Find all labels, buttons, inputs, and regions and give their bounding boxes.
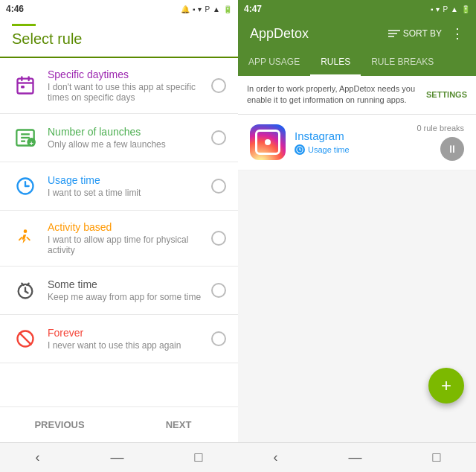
rule-item-forever[interactable]: Forever I never want to use this app aga… <box>0 315 238 363</box>
sort-icon <box>388 29 400 38</box>
forever-radio[interactable] <box>211 331 226 346</box>
page-title: Select rule <box>12 31 83 47</box>
activity-title: Activity based <box>48 221 205 233</box>
usage-title: Usage time <box>48 174 205 186</box>
app-header: AppDetox SORT BY ⋮ <box>238 18 476 49</box>
battery-right-icon: 🔋 <box>461 5 470 13</box>
previous-button[interactable]: PREVIOUS <box>0 407 119 442</box>
fab-add-button[interactable]: + <box>428 368 464 404</box>
back-nav-icon[interactable]: ‹ <box>18 444 58 471</box>
launches-desc: Only allow me a few launches <box>48 139 205 150</box>
instagram-info: Instagram Usage time <box>295 130 416 155</box>
launches-icon: + <box>12 124 39 151</box>
instagram-app-icon <box>250 124 286 160</box>
activity-radio[interactable] <box>211 231 226 246</box>
instagram-rule-breaks: 0 rule breaks <box>416 124 464 133</box>
more-options-icon[interactable]: ⋮ <box>451 25 464 42</box>
daytimes-text: Specific daytimes I don't want to use th… <box>48 68 205 103</box>
usage-badge-icon <box>295 144 305 155</box>
wifi-right-icon: ▾ <box>436 5 440 13</box>
forever-icon <box>12 325 39 352</box>
tab-rules[interactable]: RULES <box>310 49 361 76</box>
app-header-actions: SORT BY ⋮ <box>388 25 464 42</box>
next-button[interactable]: NEXT <box>119 407 238 442</box>
wifi-signal-icon: ▲ <box>213 5 220 13</box>
rule-item-launches[interactable]: + Number of launches Only allow me a few… <box>0 114 238 162</box>
sometime-title: Some time <box>48 278 205 290</box>
sometime-icon <box>12 277 39 304</box>
launches-radio[interactable] <box>211 130 226 145</box>
wifi-signal-right-icon: ▲ <box>451 5 458 13</box>
header-underline <box>12 24 36 26</box>
notification-icon: 🔔 <box>181 5 190 13</box>
usage-icon <box>12 173 39 200</box>
rule-item-sometime[interactable]: Some time Keep me away from app for some… <box>0 267 238 315</box>
tab-rule-breaks[interactable]: RULE BREAKS <box>361 49 444 76</box>
tab-app-usage[interactable]: APP USAGE <box>238 49 310 76</box>
instagram-icon <box>250 124 286 160</box>
instagram-pause-button[interactable]: ⏸ <box>440 137 464 161</box>
launches-title: Number of launches <box>48 126 205 138</box>
settings-button[interactable]: SETTINGS <box>426 90 467 99</box>
rule-item-specific-daytimes[interactable]: Specific daytimes I don't want to use th… <box>0 58 238 114</box>
status-bar-right: 4:47 ▪ ▾ P ▲ 🔋 <box>238 0 476 18</box>
activity-desc: I want to allow app time for physical ac… <box>48 235 205 255</box>
back-nav-right-icon[interactable]: ‹ <box>256 444 296 471</box>
daytimes-desc: I don't want to use this app at specific… <box>48 82 205 103</box>
fab-plus-icon: + <box>441 377 451 395</box>
usage-desc: I want to set a time limit <box>48 188 205 198</box>
svg-line-19 <box>25 291 28 293</box>
sort-by-button[interactable]: SORT BY <box>388 28 442 39</box>
rule-item-activity[interactable]: Activity based I want to allow app time … <box>0 211 238 267</box>
wifi-icon: ▾ <box>198 5 202 13</box>
daytimes-icon <box>12 72 39 99</box>
recents-nav-right-icon[interactable]: □ <box>415 444 459 471</box>
rule-item-usage[interactable]: Usage time I want to set a time limit <box>0 162 238 211</box>
daytimes-title: Specific daytimes <box>48 68 205 80</box>
home-nav-right-icon[interactable]: — <box>331 444 380 471</box>
svg-line-15 <box>19 237 22 240</box>
instagram-app-right: 0 rule breaks ⏸ <box>416 124 464 161</box>
pause-icon: ⏸ <box>447 143 457 155</box>
svg-rect-4 <box>21 86 25 89</box>
app-item-instagram[interactable]: Instagram Usage time 0 rule br <box>238 115 476 170</box>
usage-text: Usage time I want to set a time limit <box>48 174 205 198</box>
svg-line-21 <box>19 333 30 344</box>
tabs-bar: APP USAGE RULES RULE BREAKS <box>238 49 476 76</box>
status-icons-right: ▪ ▾ P ▲ 🔋 <box>431 5 470 13</box>
info-banner: In order to work properly, AppDetox need… <box>238 76 476 115</box>
usage-radio[interactable] <box>211 179 226 194</box>
app-header-title: AppDetox <box>250 26 309 42</box>
sometime-radio[interactable] <box>211 283 226 298</box>
forever-desc: I never want to use this app again <box>48 340 205 351</box>
info-text: In order to work properly, AppDetox need… <box>247 83 420 106</box>
daytimes-radio[interactable] <box>211 78 226 93</box>
svg-line-27 <box>300 150 301 150</box>
left-footer: PREVIOUS NEXT <box>0 406 238 442</box>
status-time-left: 4:46 <box>6 4 24 14</box>
sometime-text: Some time Keep me away from app for some… <box>48 278 205 302</box>
instagram-rule-badge: Usage time <box>295 144 416 155</box>
home-nav-icon[interactable]: — <box>93 444 142 471</box>
launches-text: Number of launches Only allow me a few l… <box>48 126 205 150</box>
status-bar-left: 4:46 🔔 ▪ ▾ P ▲ 🔋 <box>0 0 238 18</box>
right-panel: 4:47 ▪ ▾ P ▲ 🔋 AppDetox SORT BY ⋮ A <box>238 0 476 472</box>
instagram-rule-text: Usage time <box>308 145 350 154</box>
app-list: Instagram Usage time 0 rule br <box>238 115 476 170</box>
svg-text:+: + <box>29 140 33 147</box>
left-header: Select rule <box>0 18 238 58</box>
sort-by-label: SORT BY <box>403 28 442 39</box>
left-panel: 4:46 🔔 ▪ ▾ P ▲ 🔋 Select rule <box>0 0 238 472</box>
clock-badge-icon <box>296 146 303 153</box>
svg-rect-0 <box>18 79 33 94</box>
svg-line-16 <box>27 237 30 240</box>
p-right-icon: P <box>443 5 448 13</box>
sim-right-icon: ▪ <box>431 5 434 13</box>
right-content: In order to work properly, AppDetox need… <box>238 76 476 442</box>
recents-nav-icon[interactable]: □ <box>177 444 221 471</box>
forever-text: Forever I never want to use this app aga… <box>48 327 205 351</box>
nav-bar-right: ‹ — □ <box>238 442 476 472</box>
sometime-desc: Keep me away from app for some time <box>48 292 205 302</box>
sim-icon: ▪ <box>193 5 196 13</box>
p-icon: P <box>205 5 210 13</box>
